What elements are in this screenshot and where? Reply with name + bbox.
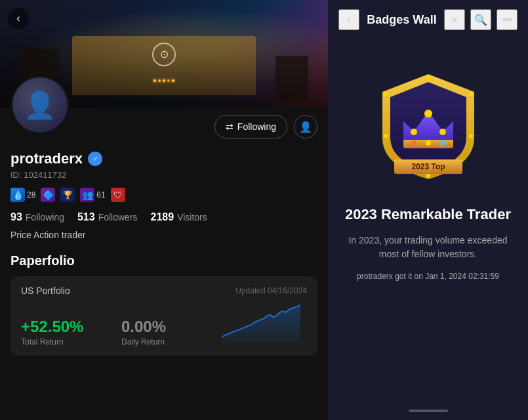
search-icon: 🔍 (474, 14, 487, 26)
svg-point-7 (426, 75, 430, 79)
add-friend-button[interactable]: 👤 (294, 115, 317, 138)
visitors-stat[interactable]: 2189 Visitors (151, 211, 207, 223)
crown-badge-svg: 2023 Top (369, 69, 487, 180)
total-return-block: +52.50% Total Return (21, 318, 121, 346)
user-id: ID: 102411732 (10, 170, 317, 180)
following-button[interactable]: ⇄ Following (214, 115, 287, 138)
profile-section: ⇄ Following 👤 (0, 108, 328, 145)
badge-crown-container: 2023 Top (363, 59, 494, 190)
right-panel: ‹ Badges Wall × 🔍 ••• (328, 0, 528, 420)
mini-chart (222, 304, 307, 346)
svg-point-3 (439, 129, 446, 135)
close-button[interactable]: × (444, 9, 465, 30)
daily-return-label: Daily Return (121, 337, 222, 346)
followers-stat[interactable]: 513 Followers (77, 211, 138, 223)
scroll-indicator (409, 410, 448, 412)
gender-badge: ♂ (88, 152, 102, 166)
badge-shield[interactable]: 🛡 (111, 188, 125, 202)
camera-icon: ⊙ (152, 43, 176, 66)
svg-point-2 (424, 110, 432, 117)
svg-point-5 (426, 140, 431, 146)
panel-title: Badges Wall (367, 13, 436, 27)
chart-svg (222, 304, 300, 343)
more-button[interactable]: ••• (497, 9, 518, 30)
portfolio-updated: Updated 04/16/2024 (235, 286, 307, 295)
search-button[interactable]: 🔍 (470, 9, 491, 30)
header-right-icons: × 🔍 ••• (444, 9, 518, 30)
badge-description: In 2023, your trading volume exceeded mo… (341, 234, 515, 261)
badge-group[interactable]: 👥 61 (80, 188, 105, 202)
badge-got-text: got it on Jan 1, 2024 02:31:59 (395, 272, 499, 281)
badge-trophy-icon: 🏆 (60, 188, 75, 202)
daily-return-block: 0.00% Daily Return (121, 318, 222, 346)
paperfolio-title: Paperfolio (10, 253, 317, 268)
more-icon: ••• (502, 14, 512, 26)
svg-point-9 (469, 134, 473, 138)
panel-back-button[interactable]: ‹ (338, 9, 359, 30)
badge-display: 2023 Top 2023 Remarkable Trader In 2023,… (328, 39, 528, 294)
following-stat[interactable]: 93 Following (10, 211, 64, 223)
avatar (10, 75, 70, 135)
portfolio-header: US Portfolio Updated 04/16/2024 (21, 285, 307, 296)
daily-return-value: 0.00% (121, 318, 222, 336)
paperfolio-section: Paperfolio US Portfolio Updated 04/16/20… (0, 253, 328, 356)
username: protraderx (10, 150, 83, 167)
badge-drop[interactable]: 💧 28 (10, 188, 35, 202)
svg-text:2023 Top: 2023 Top (411, 162, 445, 171)
badge-drop-icon: 💧 (10, 188, 25, 202)
total-return-value: +52.50% (21, 318, 121, 336)
badge-username: protraderx (357, 272, 393, 281)
badge-title: 2023 Remarkable Trader (345, 206, 511, 223)
svg-point-11 (384, 134, 388, 138)
svg-point-10 (426, 174, 430, 178)
total-return-label: Total Return (21, 337, 121, 346)
stats-row: 93 Following 513 Followers 2189 Visitors (10, 211, 317, 223)
panel-header: ‹ Badges Wall × 🔍 ••• (328, 0, 528, 39)
badge-diamond[interactable]: 🔷 (41, 188, 55, 202)
add-friend-icon: 👤 (299, 121, 312, 133)
portfolio-returns: +52.50% Total Return 0.00% Daily Return (21, 304, 307, 346)
svg-point-1 (411, 129, 417, 135)
badge-attribution: protraderx got it on Jan 1, 2024 02:31:5… (357, 272, 499, 281)
portfolio-name: US Portfolio (21, 285, 70, 296)
badge-diamond-icon: 🔷 (41, 188, 55, 202)
svg-point-4 (411, 140, 416, 146)
following-icon: ⇄ (226, 121, 234, 132)
username-row: protraderx ♂ (10, 150, 317, 167)
badge-trophy[interactable]: 🏆 (60, 188, 75, 202)
left-panel: ‹ ⊙ ⇄ Following 👤 protraderx ♂ ID: 102 (0, 0, 328, 420)
bio: Price Action trader (10, 230, 317, 240)
user-info: protraderx ♂ ID: 102411732 💧 28 🔷 🏆 👥 61 (0, 145, 328, 240)
back-button[interactable]: ‹ (8, 8, 29, 29)
svg-point-6 (440, 140, 445, 146)
svg-point-12 (384, 92, 388, 96)
svg-point-8 (469, 92, 473, 96)
badge-shield-icon: 🛡 (111, 188, 125, 202)
badge-group-icon: 👥 (80, 188, 94, 202)
badges-row: 💧 28 🔷 🏆 👥 61 🛡 (10, 188, 317, 202)
portfolio-card[interactable]: US Portfolio Updated 04/16/2024 +52.50% … (10, 276, 317, 356)
